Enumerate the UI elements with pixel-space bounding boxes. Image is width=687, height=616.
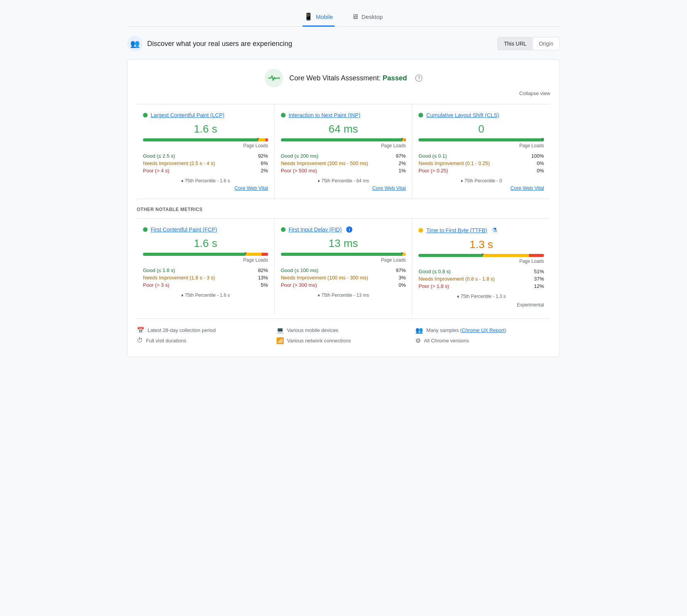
lcp-stat-poor: Poor (> 4 s) 2% bbox=[143, 168, 268, 174]
ttfb-progress: ▼ bbox=[418, 254, 544, 257]
fid-value: 13 ms bbox=[281, 237, 406, 250]
main-card: Core Web Vitals Assessment: Passed ? Col… bbox=[127, 59, 560, 357]
inp-metric: Interaction to Next Paint (INP) 64 ms ▼ … bbox=[275, 104, 413, 199]
help-icon[interactable]: ? bbox=[415, 75, 422, 82]
header-left: 👥 Discover what your real users are expe… bbox=[127, 36, 292, 51]
chrome-ux-report-link[interactable]: Chrome UX Report bbox=[462, 327, 505, 333]
fid-stat-good: Good (≤ 100 ms) 97% bbox=[281, 267, 406, 273]
core-metrics-grid: Largest Contentful Paint (LCP) 1.6 s ▼ P… bbox=[137, 104, 550, 199]
other-metrics-grid: First Contentful Paint (FCP) 1.6 s ▼ Pag… bbox=[137, 218, 550, 315]
page-title: Discover what your real users are experi… bbox=[147, 40, 292, 48]
inp-title-link[interactable]: Interaction to Next Paint (INP) bbox=[289, 112, 361, 118]
footer-col1: 📅 Latest 28-day collection period ⏱ Full… bbox=[137, 327, 272, 347]
ttfb-marker: ▼ bbox=[481, 252, 485, 257]
cls-cwv-link[interactable]: Core Web Vital bbox=[418, 185, 544, 191]
lcp-bar-green bbox=[143, 138, 258, 141]
fid-bar-green bbox=[281, 253, 402, 256]
cls-stat-ni: Needs Improvement (0.1 - 0.25) 0% bbox=[418, 160, 544, 166]
origin-button[interactable]: Origin bbox=[533, 37, 559, 50]
footer-network-text: Various network connections bbox=[287, 338, 351, 344]
footer-collection-text: Latest 28-day collection period bbox=[148, 327, 216, 333]
ttfb-title-link[interactable]: Time to First Byte (TTFB) bbox=[426, 227, 487, 233]
fcp-value: 1.6 s bbox=[143, 237, 268, 250]
cls-stat-good: Good (≤ 0.1) 100% bbox=[418, 153, 544, 159]
tab-desktop[interactable]: 🖥 Desktop bbox=[350, 8, 384, 27]
collapse-view-button[interactable]: Collapse view bbox=[137, 90, 550, 96]
ttfb-title-row: Time to First Byte (TTFB) ⚗ bbox=[418, 226, 544, 234]
fcp-title-row: First Contentful Paint (FCP) bbox=[143, 226, 268, 233]
lcp-title-link[interactable]: Largest Contentful Paint (LCP) bbox=[151, 112, 224, 118]
footer-col2: 💻 Various mobile devices 📶 Various netwo… bbox=[276, 327, 411, 347]
fid-percentile: ♦ 75th Percentile - 13 ms bbox=[281, 293, 406, 298]
fcp-progress: ▼ bbox=[143, 253, 268, 256]
inp-percentile: ♦ 75th Percentile - 64 ms bbox=[281, 178, 406, 184]
footer-samples: 👥 Many samples (Chrome UX Report) bbox=[415, 327, 550, 334]
lcp-metric: Largest Contentful Paint (LCP) 1.6 s ▼ P… bbox=[137, 104, 275, 199]
assessment-title: Core Web Vitals Assessment: Passed bbox=[289, 74, 407, 82]
cls-title-link[interactable]: Cumulative Layout Shift (CLS) bbox=[426, 112, 499, 118]
fcp-metric: First Contentful Paint (FCP) 1.6 s ▼ Pag… bbox=[137, 219, 275, 315]
cls-marker: ▼ bbox=[541, 137, 545, 141]
assessment-header: Core Web Vitals Assessment: Passed ? bbox=[137, 69, 550, 87]
fid-metric: First Input Delay (FID) i 13 ms ▼ Page L… bbox=[275, 219, 413, 315]
lcp-bar-red bbox=[265, 138, 268, 141]
footer-chrome-text: All Chrome versions bbox=[424, 338, 469, 344]
header-row: 👥 Discover what your real users are expe… bbox=[127, 36, 560, 51]
lcp-marker: ▼ bbox=[256, 137, 260, 141]
fid-marker: ▼ bbox=[400, 251, 404, 255]
fid-title-row: First Input Delay (FID) i bbox=[281, 226, 406, 233]
fid-title-link[interactable]: First Input Delay (FID) bbox=[289, 226, 342, 233]
inp-cwv-link[interactable]: Core Web Vital bbox=[281, 185, 406, 191]
fcp-title-link[interactable]: First Contentful Paint (FCP) bbox=[151, 226, 217, 233]
inp-stat-poor: Poor (> 500 ms) 1% bbox=[281, 168, 406, 174]
inp-bar-green bbox=[281, 138, 402, 141]
this-url-button[interactable]: This URL bbox=[498, 37, 532, 50]
footer-section: 📅 Latest 28-day collection period ⏱ Full… bbox=[137, 318, 550, 347]
ttfb-stat-good: Good (≤ 0.8 s) 51% bbox=[418, 269, 544, 274]
devices-icon: 💻 bbox=[276, 327, 284, 334]
inp-stat-ni: Needs Improvement (200 ms - 500 ms) 2% bbox=[281, 160, 406, 166]
lcp-stat-good: Good (≤ 2.5 s) 92% bbox=[143, 153, 268, 159]
tab-bar: 📱 Mobile 🖥 Desktop bbox=[127, 8, 560, 27]
footer-grid: 📅 Latest 28-day collection period ⏱ Full… bbox=[137, 327, 550, 347]
cls-percentile: ♦ 75th Percentile - 0 bbox=[418, 178, 544, 184]
lcp-title-row: Largest Contentful Paint (LCP) bbox=[143, 112, 268, 118]
footer-mobile-devices: 💻 Various mobile devices bbox=[276, 327, 411, 334]
tab-mobile[interactable]: 📱 Mobile bbox=[303, 8, 334, 27]
ttfb-percentile: ♦ 75th Percentile - 1.3 s bbox=[418, 294, 544, 299]
fid-page-loads: Page Loads bbox=[281, 257, 406, 263]
ttfb-bar-green bbox=[418, 254, 483, 257]
ttfb-bar-orange bbox=[483, 254, 529, 257]
lcp-percentile: ♦ 75th Percentile - 1.6 s bbox=[143, 178, 268, 184]
cls-bar-green bbox=[418, 138, 544, 141]
ttfb-experimental-label: Experimental bbox=[418, 301, 544, 308]
ttfb-bar-red bbox=[529, 254, 544, 257]
pulse-icon bbox=[265, 69, 283, 87]
desktop-icon: 🖥 bbox=[352, 13, 359, 21]
fcp-marker: ▼ bbox=[243, 251, 247, 255]
lcp-progress: ▼ bbox=[143, 138, 268, 141]
cls-page-loads: Page Loads bbox=[418, 143, 544, 148]
ttfb-status-dot bbox=[418, 228, 423, 233]
fid-info-icon[interactable]: i bbox=[346, 226, 352, 233]
fcp-bar-green bbox=[143, 253, 245, 256]
chrome-icon: ⚙ bbox=[415, 337, 421, 344]
avatar: 👥 bbox=[127, 36, 143, 51]
ttfb-metric: Time to First Byte (TTFB) ⚗ 1.3 s ▼ Page… bbox=[412, 219, 550, 315]
timer-icon: ⏱ bbox=[137, 337, 143, 344]
fid-stat-poor: Poor (> 300 ms) 0% bbox=[281, 282, 406, 288]
cls-stat-poor: Poor (> 0.25) 0% bbox=[418, 168, 544, 174]
fcp-bar-red bbox=[262, 253, 268, 256]
fcp-percentile: ♦ 75th Percentile - 1.6 s bbox=[143, 293, 268, 298]
footer-samples-text: Many samples (Chrome UX Report) bbox=[426, 327, 506, 333]
inp-status-dot bbox=[281, 113, 286, 117]
footer-chrome-versions: ⚙ All Chrome versions bbox=[415, 337, 550, 344]
inp-value: 64 ms bbox=[281, 123, 406, 135]
fcp-bar-orange bbox=[245, 253, 262, 256]
cls-value: 0 bbox=[418, 123, 544, 135]
fcp-page-loads: Page Loads bbox=[143, 257, 268, 263]
footer-visit-durations: ⏱ Full visit durations bbox=[137, 337, 272, 344]
inp-stat-good: Good (≤ 200 ms) 97% bbox=[281, 153, 406, 159]
lcp-cwv-link[interactable]: Core Web Vital bbox=[143, 185, 268, 191]
url-origin-toggle: This URL Origin bbox=[497, 37, 560, 50]
